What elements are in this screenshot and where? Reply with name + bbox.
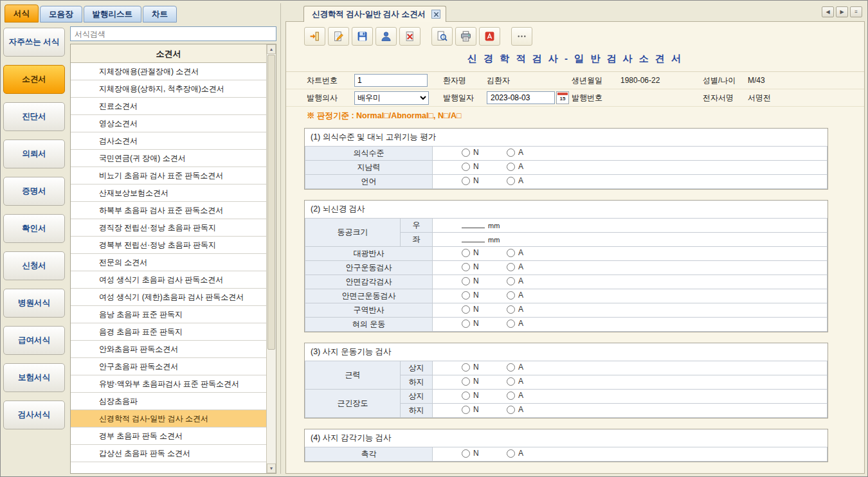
menu-button[interactable]: ≡ [850, 6, 862, 17]
list-item[interactable]: 산재보상보험소견서 [71, 184, 266, 202]
list-item[interactable]: 국민연금(귀 장애) 소견서 [71, 150, 266, 167]
save-button[interactable] [352, 27, 373, 46]
radio-option-N[interactable]: N [462, 391, 507, 400]
measurement-blank[interactable] [462, 235, 485, 242]
user-button[interactable] [375, 27, 397, 46]
list-item[interactable]: 진료소견서 [71, 98, 266, 115]
radio-option-N[interactable]: N [462, 262, 507, 271]
scroll-track[interactable] [267, 54, 276, 464]
radio-option-A[interactable]: A [507, 291, 552, 300]
radio-N[interactable] [462, 406, 470, 414]
open-button[interactable] [304, 27, 325, 46]
list-item[interactable]: 경부 초음파 판독 소견서 [71, 428, 266, 445]
radio-option-A[interactable]: A [507, 176, 552, 185]
radio-option-A[interactable]: A [507, 377, 552, 386]
radio-N[interactable] [462, 291, 470, 300]
print-button[interactable] [455, 27, 476, 46]
radio-option-A[interactable]: A [507, 449, 552, 458]
list-item[interactable]: 안구초음파 판독소견서 [71, 358, 266, 375]
list-item[interactable]: 하복부 초음파 검사 표준 판독소견서 [71, 202, 266, 219]
radio-N[interactable] [462, 177, 470, 185]
tab-모음장[interactable]: 모음장 [40, 6, 82, 22]
list-item[interactable]: 검사소견서 [71, 132, 266, 150]
scroll-thumb[interactable] [267, 55, 275, 350]
radio-option-A[interactable]: A [507, 319, 552, 328]
sidebar-item-검사서식[interactable]: 검사서식 [3, 401, 65, 429]
list-item[interactable]: 심장초음파 [71, 393, 266, 410]
radio-N[interactable] [462, 163, 470, 171]
edit-button[interactable] [328, 27, 349, 46]
list-item[interactable]: 음경 초음파 표준 판독지 [71, 323, 266, 341]
radio-option-N[interactable]: N [462, 276, 507, 285]
radio-option-A[interactable]: A [507, 405, 552, 414]
tab-차트[interactable]: 차트 [143, 6, 177, 22]
tab-close-button[interactable] [431, 10, 440, 19]
radio-option-A[interactable]: A [507, 248, 552, 257]
list-item[interactable]: 비뇨기 초음파 검사 표준 판독소견서 [71, 167, 266, 184]
radio-option-N[interactable]: N [462, 162, 507, 171]
radio-option-N[interactable]: N [462, 176, 507, 185]
radio-option-N[interactable]: N [462, 319, 507, 328]
radio-option-A[interactable]: A [507, 262, 552, 271]
radio-option-A[interactable]: A [507, 391, 552, 400]
radio-N[interactable] [462, 377, 470, 386]
list-item[interactable]: 경복부 전립선·정낭 초음파 판독지 [71, 237, 266, 254]
document-tab[interactable]: 신경학적 검사-일반 검사 소견서 [303, 6, 446, 22]
radio-A[interactable] [507, 163, 515, 171]
sidebar-item-병원서식[interactable]: 병원서식 [3, 289, 65, 318]
radio-N[interactable] [462, 449, 470, 458]
radio-A[interactable] [507, 263, 515, 271]
tab-발행리스트[interactable]: 발행리스트 [84, 6, 142, 22]
sidebar-item-의뢰서[interactable]: 의뢰서 [3, 140, 65, 168]
issue-date-input[interactable] [487, 91, 555, 104]
form-search-input[interactable] [70, 26, 276, 41]
list-scrollbar[interactable]: ▲ ▼ [266, 44, 276, 473]
radio-option-A[interactable]: A [507, 148, 552, 157]
list-item[interactable]: 지체장애용(관절장애) 소견서 [71, 63, 266, 80]
radio-option-A[interactable]: A [507, 276, 552, 285]
sidebar-item-자주쓰는 서식[interactable]: 자주쓰는 서식 [3, 28, 65, 57]
measurement-blank[interactable] [462, 221, 485, 228]
list-item[interactable]: 신경학적 검사-일반 검사 소견서 [71, 410, 266, 428]
preview-button[interactable] [431, 27, 453, 46]
sidebar-item-확인서[interactable]: 확인서 [3, 214, 65, 243]
radio-option-A[interactable]: A [507, 305, 552, 314]
pdf-button[interactable] [479, 27, 500, 46]
radio-option-N[interactable]: N [462, 377, 507, 386]
issue-doctor-select[interactable]: 배우미 [354, 91, 429, 105]
radio-A[interactable] [507, 277, 515, 285]
radio-option-N[interactable]: N [462, 248, 507, 257]
sidebar-item-신청서[interactable]: 신청서 [3, 251, 65, 280]
radio-A[interactable] [507, 392, 515, 400]
list-item[interactable]: 갑상선 초음파 판독 소견서 [71, 445, 266, 462]
radio-option-N[interactable]: N [462, 363, 507, 372]
scroll-down-icon[interactable]: ▼ [267, 464, 276, 473]
list-item[interactable]: 여성 생식기 (제한)초음파 검사 판독소견서 [71, 289, 266, 306]
list-item[interactable]: 경직장 전립선·정낭 초음파 판독지 [71, 219, 266, 237]
chart-no-input[interactable] [354, 74, 428, 87]
sidebar-item-진단서[interactable]: 진단서 [3, 102, 65, 131]
radio-A[interactable] [507, 305, 515, 314]
radio-option-N[interactable]: N [462, 449, 507, 458]
list-item[interactable]: 유방·액와부 초음파검사 표준 판독소견서 [71, 375, 266, 393]
sidebar-item-소견서[interactable]: 소견서 [3, 65, 65, 94]
sidebar-item-증명서[interactable]: 증명서 [3, 177, 65, 206]
radio-option-N[interactable]: N [462, 405, 507, 414]
radio-option-N[interactable]: N [462, 291, 507, 300]
radio-A[interactable] [507, 320, 515, 328]
radio-N[interactable] [462, 363, 470, 372]
radio-N[interactable] [462, 305, 470, 314]
radio-N[interactable] [462, 263, 470, 271]
radio-N[interactable] [462, 148, 470, 157]
list-item[interactable]: 전문의 소견서 [71, 254, 266, 271]
list-item[interactable]: 음낭 초음파 표준 판독지 [71, 306, 266, 323]
sidebar-item-보험서식[interactable]: 보험서식 [3, 363, 65, 392]
radio-A[interactable] [507, 377, 515, 386]
more-button[interactable] [511, 27, 532, 46]
radio-A[interactable] [507, 363, 515, 372]
tab-서식[interactable]: 서식 [5, 4, 39, 22]
radio-N[interactable] [462, 392, 470, 400]
list-item[interactable]: 안와초음파 판독소견서 [71, 341, 266, 358]
radio-A[interactable] [507, 148, 515, 157]
radio-option-N[interactable]: N [462, 148, 507, 157]
